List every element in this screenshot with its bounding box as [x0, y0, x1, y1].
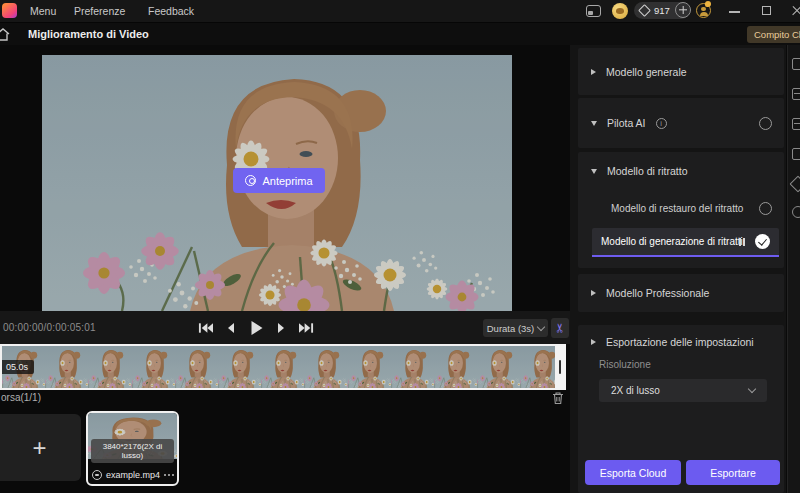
- transport-bar: 00:00:00/0:00:05:01 Durata (3s): [0, 311, 570, 344]
- preview-mode-icon: [92, 470, 102, 480]
- cut-button[interactable]: [551, 318, 569, 338]
- home-icon[interactable]: [0, 27, 11, 42]
- play-button[interactable]: [250, 321, 263, 335]
- minimize-button[interactable]: [729, 11, 740, 13]
- panel-icon-settings[interactable]: [792, 148, 800, 160]
- preferences-button[interactable]: Preferenze: [74, 5, 125, 17]
- titlebar: Menu Preferenze Feedback 917: [0, 0, 800, 23]
- app-window: Menu Preferenze Feedback 917 Miglioramen…: [0, 0, 800, 493]
- eye-icon: [245, 175, 256, 186]
- gem-icon: [638, 4, 651, 17]
- maximize-button[interactable]: [762, 6, 771, 15]
- panel-icon-frames[interactable]: [792, 58, 800, 70]
- collapse-icon: [591, 169, 597, 174]
- export-cloud-button[interactable]: Esporta Cloud: [585, 460, 681, 485]
- duration-dropdown[interactable]: Durata (3s): [483, 319, 548, 337]
- section-general-model[interactable]: Modello generale: [578, 48, 784, 95]
- clip-duration-label: 05.0s: [0, 360, 34, 374]
- portrait-restore-radio[interactable]: [759, 202, 772, 215]
- selected-check-icon[interactable]: [755, 234, 770, 249]
- panel-icon-refresh[interactable]: [792, 206, 800, 218]
- info-icon[interactable]: [656, 118, 667, 129]
- mini-window-icon[interactable]: [586, 5, 601, 17]
- navbar: Miglioramento di Video Compito Clou: [0, 23, 800, 45]
- portrait-generation-row[interactable]: Modello di generazione di ritratti: [592, 228, 779, 257]
- notification-bell-icon: [705, 1, 711, 7]
- timecode: 00:00:00/0:00:05:01: [3, 322, 96, 333]
- skip-end-button[interactable]: [299, 322, 314, 334]
- expand-icon: [591, 339, 596, 345]
- step-forward-button[interactable]: [277, 322, 285, 334]
- app-logo-icon: [2, 3, 17, 18]
- add-media-button[interactable]: +: [0, 414, 81, 481]
- resource-counter: orsa(1/1): [1, 392, 41, 403]
- coins-icon[interactable]: [612, 3, 628, 19]
- feedback-button[interactable]: Feedback: [148, 5, 194, 17]
- section-professional-model[interactable]: Modello Professionale: [578, 274, 784, 312]
- skip-start-button[interactable]: [198, 322, 213, 334]
- add-credits-button[interactable]: [675, 2, 691, 18]
- settings-sidebar: Modello generale Pilota AI Modello di ri…: [570, 45, 786, 493]
- tool-strip: [787, 45, 800, 493]
- export-settings-header[interactable]: Esportazione delle impostazioni: [578, 325, 784, 359]
- section-portrait-model: Modello di ritratto Modello di restauro …: [578, 152, 784, 268]
- trim-handle[interactable]: [555, 346, 564, 388]
- resolution-select[interactable]: 2X di lusso: [599, 379, 767, 402]
- trash-icon[interactable]: [550, 390, 566, 406]
- expand-icon: [591, 290, 596, 296]
- resolution-badge: 3840*2176(2X di lusso): [91, 439, 174, 463]
- portrait-model-header[interactable]: Modello di ritratto: [578, 152, 784, 190]
- ai-pilot-radio[interactable]: [759, 117, 772, 130]
- section-ai-pilot[interactable]: Pilota AI: [578, 98, 784, 148]
- page-title: Miglioramento di Video: [28, 28, 149, 40]
- menu-button[interactable]: Menu: [30, 5, 56, 17]
- panel-icon-compare[interactable]: [792, 88, 800, 100]
- file-name: example.mp4: [106, 470, 160, 480]
- chevron-down-icon: [748, 385, 756, 393]
- panel-icon-layout[interactable]: [792, 118, 800, 130]
- chevron-down-icon: [537, 322, 545, 330]
- preview-button[interactable]: Anteprima: [233, 168, 325, 193]
- close-button[interactable]: [791, 5, 800, 17]
- collapse-icon: [591, 121, 597, 126]
- resolution-label: Risoluzione: [599, 359, 651, 370]
- more-options-icon[interactable]: [164, 474, 174, 476]
- step-back-button[interactable]: [227, 322, 235, 334]
- export-button[interactable]: Esportare: [686, 460, 780, 485]
- cloud-task-tooltip: Compito Clou: [747, 26, 800, 43]
- timeline-clip[interactable]: 05.0s: [0, 344, 566, 390]
- panel-icon-gem[interactable]: [790, 176, 800, 193]
- pause-icon[interactable]: [739, 238, 745, 246]
- credits-count: 917: [654, 5, 670, 16]
- expand-icon: [591, 69, 596, 75]
- media-card[interactable]: 3840*2176(2X di lusso) example.mp4: [86, 411, 179, 486]
